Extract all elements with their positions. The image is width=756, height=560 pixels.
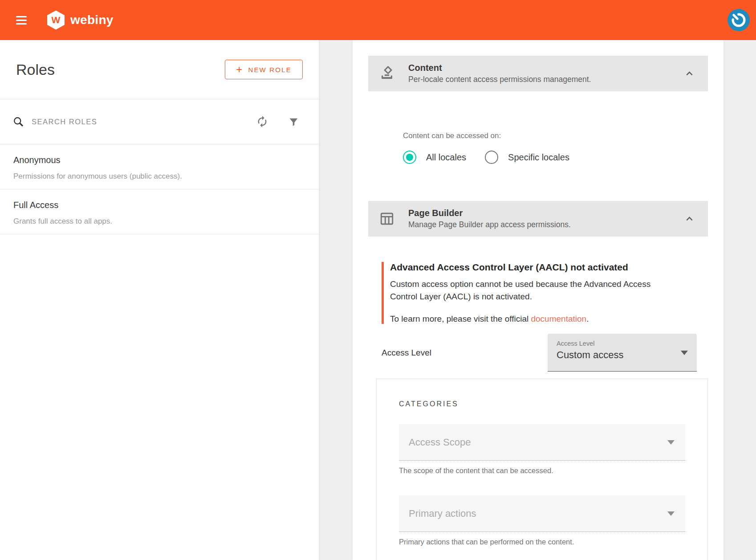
plus-icon: +	[236, 65, 242, 74]
access-level-select[interactable]: Access Level Custom access	[548, 334, 697, 372]
radio-specific-locales[interactable]	[485, 151, 498, 164]
access-scope-placeholder: Access Scope	[409, 437, 471, 448]
content-section-header[interactable]: Content Per-locale content access permis…	[368, 56, 708, 91]
content-section: Content Per-locale content access permis…	[368, 56, 708, 201]
warning-link-line: To learn more, please visit the official…	[390, 314, 708, 324]
page-builder-title: Page Builder	[408, 208, 683, 218]
brand-wordmark: webiny	[70, 13, 114, 27]
access-scope-helper: The scope of the content that can be acc…	[399, 466, 685, 475]
caret-down-icon	[667, 511, 675, 516]
search-bar	[0, 99, 319, 144]
primary-actions-helper: Primary actions that can be performed on…	[399, 538, 685, 546]
locales-group-label: Content can be accessed on:	[403, 131, 708, 140]
locales-radio-group: All locales Specific locales	[403, 151, 708, 164]
app-root: W webiny Roles + NEW ROLE	[0, 0, 756, 560]
radio-specific-locales-label[interactable]: Specific locales	[508, 152, 569, 163]
radio-all-locales-label[interactable]: All locales	[426, 152, 466, 163]
access-level-field-label: Access Level	[557, 340, 688, 347]
roles-header: Roles + NEW ROLE	[0, 40, 319, 99]
content-section-body: Content can be accessed on: All locales …	[368, 91, 708, 201]
page-builder-subtitle: Manage Page Builder app access permissio…	[408, 220, 683, 229]
categories-title: CATEGORIES	[399, 400, 685, 408]
user-avatar[interactable]	[728, 9, 750, 31]
access-level-row-label: Access Level	[382, 348, 431, 358]
layout-grid-icon	[379, 211, 395, 227]
access-level-value: Custom access	[557, 349, 688, 361]
role-row-full-access[interactable]: Full Access Grants full access to all ap…	[0, 189, 319, 234]
warning-title: Advanced Access Control Layer (AACL) not…	[390, 262, 708, 273]
webiny-hexagon-icon: W	[47, 11, 65, 30]
radio-all-locales[interactable]	[403, 151, 416, 164]
primary-actions-placeholder: Primary actions	[409, 508, 476, 519]
warning-link-prefix: To learn more, please visit the official	[390, 314, 531, 323]
permissions-form: Content Per-locale content access permis…	[353, 40, 723, 560]
role-description: Grants full access to all apps.	[13, 217, 305, 226]
roles-list-panel: Roles + NEW ROLE	[0, 40, 319, 560]
role-name: Full Access	[13, 200, 305, 210]
page-builder-section: Page Builder Manage Page Builder app acc…	[368, 201, 708, 560]
refresh-icon[interactable]	[256, 115, 268, 128]
content-title: Content	[408, 63, 683, 73]
aacl-warning: Advanced Access Control Layer (AACL) not…	[382, 262, 708, 324]
search-input[interactable]	[32, 118, 256, 126]
chevron-up-icon[interactable]	[683, 213, 695, 225]
page-title: Roles	[16, 61, 55, 78]
warning-link-suffix: .	[586, 314, 589, 323]
webiny-logo[interactable]: W webiny	[47, 11, 114, 30]
ballot-box-icon	[379, 65, 395, 82]
page-builder-section-body: Advanced Access Control Layer (AACL) not…	[368, 237, 708, 560]
warning-body: Custom access option cannot be used beca…	[390, 278, 677, 302]
role-name: Anonymous	[13, 155, 305, 165]
page-builder-section-header[interactable]: Page Builder Manage Page Builder app acc…	[368, 201, 708, 237]
new-role-button[interactable]: + NEW ROLE	[225, 60, 303, 79]
permissions-area: Content Per-locale content access permis…	[319, 40, 756, 560]
topbar: W webiny	[0, 0, 756, 40]
filter-icon[interactable]	[288, 116, 299, 127]
categories-card: CATEGORIES Access Scope The scope of the…	[376, 379, 708, 560]
caret-down-icon	[667, 440, 675, 445]
search-icon	[12, 116, 24, 128]
content-subtitle: Per-locale content access permissions ma…	[408, 75, 683, 84]
gravatar-power-icon	[728, 9, 750, 31]
chevron-up-icon[interactable]	[683, 68, 695, 80]
new-role-label: NEW ROLE	[248, 66, 292, 74]
role-row-anonymous[interactable]: Anonymous Permissions for anonymous user…	[0, 144, 319, 189]
logo-letter: W	[52, 15, 61, 25]
access-scope-select[interactable]: Access Scope	[399, 424, 685, 461]
documentation-link[interactable]: documentation	[531, 314, 586, 323]
menu-icon[interactable]	[16, 16, 27, 25]
access-level-row: Access Level Access Level Custom access	[368, 334, 708, 372]
role-description: Permissions for anonymous users (public …	[13, 172, 305, 181]
primary-actions-select[interactable]: Primary actions	[399, 495, 685, 532]
caret-down-icon	[681, 351, 688, 355]
